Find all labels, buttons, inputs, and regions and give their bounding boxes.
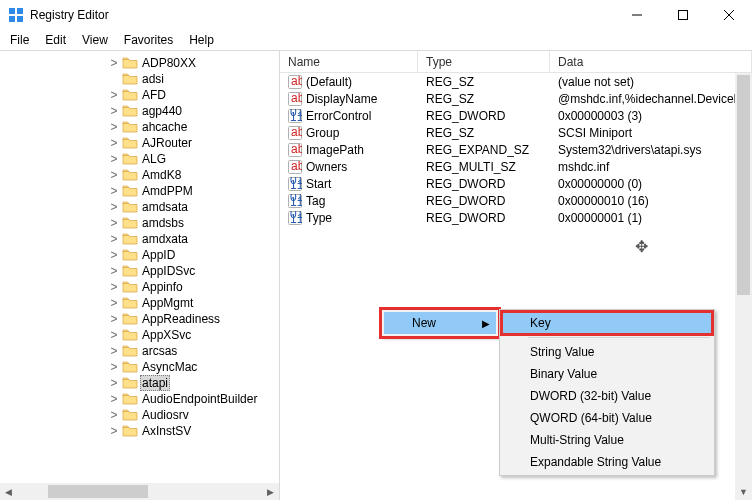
- column-data[interactable]: Data: [550, 51, 752, 72]
- expand-toggle-icon[interactable]: >: [108, 393, 120, 405]
- folder-icon: [122, 72, 138, 86]
- tree-item-label: agp440: [140, 104, 184, 118]
- tree-item[interactable]: >AppIDSvc: [0, 263, 279, 279]
- scroll-thumb[interactable]: [737, 75, 750, 295]
- menu-edit[interactable]: Edit: [37, 31, 74, 49]
- folder-icon: [122, 424, 138, 438]
- menu-favorites[interactable]: Favorites: [116, 31, 181, 49]
- tree-item[interactable]: >ALG: [0, 151, 279, 167]
- tree-item[interactable]: >Audiosrv: [0, 407, 279, 423]
- value-row[interactable]: 011110TypeREG_DWORD0x00000001 (1): [280, 209, 752, 226]
- context-item-dword-value[interactable]: DWORD (32-bit) Value: [502, 385, 712, 407]
- expand-toggle-icon[interactable]: >: [108, 345, 120, 357]
- expand-toggle-icon[interactable]: >: [108, 281, 120, 293]
- value-name: DisplayName: [306, 92, 377, 106]
- expand-toggle-icon[interactable]: >: [108, 313, 120, 325]
- expand-toggle-icon[interactable]: >: [108, 377, 120, 389]
- value-row[interactable]: abGroupREG_SZSCSI Miniport: [280, 124, 752, 141]
- scroll-left-icon[interactable]: ◀: [0, 483, 17, 500]
- values-vertical-scrollbar[interactable]: ▲ ▼: [735, 73, 752, 500]
- minimize-button[interactable]: [614, 0, 660, 30]
- tree-item[interactable]: >AJRouter: [0, 135, 279, 151]
- tree-item[interactable]: >AFD: [0, 87, 279, 103]
- expand-toggle-icon[interactable]: >: [108, 153, 120, 165]
- expand-toggle-icon[interactable]: >: [108, 89, 120, 101]
- close-button[interactable]: [706, 0, 752, 30]
- tree-item[interactable]: >AppID: [0, 247, 279, 263]
- value-type: REG_DWORD: [418, 211, 550, 225]
- menu-help[interactable]: Help: [181, 31, 222, 49]
- scroll-right-icon[interactable]: ▶: [262, 483, 279, 500]
- folder-icon: [122, 152, 138, 166]
- tree-item-label: amdxata: [140, 232, 190, 246]
- context-item-label: New: [412, 316, 436, 330]
- expand-toggle-icon[interactable]: >: [108, 361, 120, 373]
- tree-item[interactable]: >ahcache: [0, 119, 279, 135]
- tree-item[interactable]: >agp440: [0, 103, 279, 119]
- value-row[interactable]: ab(Default)REG_SZ(value not set): [280, 73, 752, 90]
- expand-toggle-icon[interactable]: >: [108, 425, 120, 437]
- tree-item[interactable]: >amdxata: [0, 231, 279, 247]
- expand-toggle-icon[interactable]: >: [108, 233, 120, 245]
- expand-toggle-icon[interactable]: >: [108, 297, 120, 309]
- expand-toggle-icon[interactable]: >: [108, 201, 120, 213]
- scroll-thumb[interactable]: [48, 485, 148, 498]
- context-item-key[interactable]: Key: [502, 312, 712, 334]
- tree-item[interactable]: >AppMgmt: [0, 295, 279, 311]
- value-row[interactable]: abDisplayNameREG_SZ@mshdc.inf,%idechanne…: [280, 90, 752, 107]
- svg-text:110: 110: [290, 195, 302, 208]
- context-item-multi-string-value[interactable]: Multi-String Value: [502, 429, 712, 451]
- tree-item[interactable]: >AmdPPM: [0, 183, 279, 199]
- context-item-label: DWORD (32-bit) Value: [530, 389, 651, 403]
- tree-item[interactable]: >arcsas: [0, 343, 279, 359]
- tree-item[interactable]: >AudioEndpointBuilder: [0, 391, 279, 407]
- tree-item[interactable]: >AppXSvc: [0, 327, 279, 343]
- expand-toggle-icon[interactable]: >: [108, 185, 120, 197]
- expand-toggle-icon[interactable]: >: [108, 329, 120, 341]
- column-name[interactable]: Name: [280, 51, 418, 72]
- value-row[interactable]: abImagePathREG_EXPAND_SZSystem32\drivers…: [280, 141, 752, 158]
- value-name: ErrorControl: [306, 109, 371, 123]
- tree-item-label: amdsbs: [140, 216, 186, 230]
- value-data: mshdc.inf: [550, 160, 752, 174]
- expand-toggle-icon[interactable]: >: [108, 249, 120, 261]
- tree-item[interactable]: >AmdK8: [0, 167, 279, 183]
- tree-item[interactable]: >Appinfo: [0, 279, 279, 295]
- tree-item[interactable]: >atapi: [0, 375, 279, 391]
- tree-item[interactable]: >amdsbs: [0, 215, 279, 231]
- string-value-icon: ab: [288, 126, 302, 140]
- value-row[interactable]: 011110TagREG_DWORD0x00000010 (16): [280, 192, 752, 209]
- maximize-button[interactable]: [660, 0, 706, 30]
- expand-toggle-icon[interactable]: >: [108, 121, 120, 133]
- column-type[interactable]: Type: [418, 51, 550, 72]
- value-row[interactable]: 011110ErrorControlREG_DWORD0x00000003 (3…: [280, 107, 752, 124]
- context-item-binary-value[interactable]: Binary Value: [502, 363, 712, 385]
- expand-toggle-icon[interactable]: >: [108, 57, 120, 69]
- menu-file[interactable]: File: [2, 31, 37, 49]
- tree-item[interactable]: >amdsata: [0, 199, 279, 215]
- tree-item[interactable]: >AppReadiness: [0, 311, 279, 327]
- expand-toggle-icon[interactable]: >: [108, 409, 120, 421]
- tree-item[interactable]: >AxInstSV: [0, 423, 279, 439]
- value-row[interactable]: 011110StartREG_DWORD0x00000000 (0): [280, 175, 752, 192]
- context-menu: New ▶: [381, 309, 499, 337]
- expand-toggle-icon[interactable]: >: [108, 105, 120, 117]
- expand-toggle-icon[interactable]: >: [108, 137, 120, 149]
- expand-toggle-icon[interactable]: >: [108, 217, 120, 229]
- context-item-new[interactable]: New ▶: [384, 312, 496, 334]
- context-item-expandable-string-value[interactable]: Expandable String Value: [502, 451, 712, 473]
- tree-item[interactable]: >adsi: [0, 71, 279, 87]
- expand-toggle-icon[interactable]: >: [108, 265, 120, 277]
- expand-toggle-icon[interactable]: >: [108, 169, 120, 181]
- folder-icon: [122, 56, 138, 70]
- value-row[interactable]: abOwnersREG_MULTI_SZmshdc.inf: [280, 158, 752, 175]
- menu-view[interactable]: View: [74, 31, 116, 49]
- tree-item[interactable]: >ADP80XX: [0, 55, 279, 71]
- string-value-icon: ab: [288, 160, 302, 174]
- tree-item[interactable]: >AsyncMac: [0, 359, 279, 375]
- context-item-string-value[interactable]: String Value: [502, 341, 712, 363]
- context-item-label: QWORD (64-bit) Value: [530, 411, 652, 425]
- context-item-qword-value[interactable]: QWORD (64-bit) Value: [502, 407, 712, 429]
- tree-horizontal-scrollbar[interactable]: ◀ ▶: [0, 483, 279, 500]
- scroll-down-icon[interactable]: ▼: [735, 483, 752, 500]
